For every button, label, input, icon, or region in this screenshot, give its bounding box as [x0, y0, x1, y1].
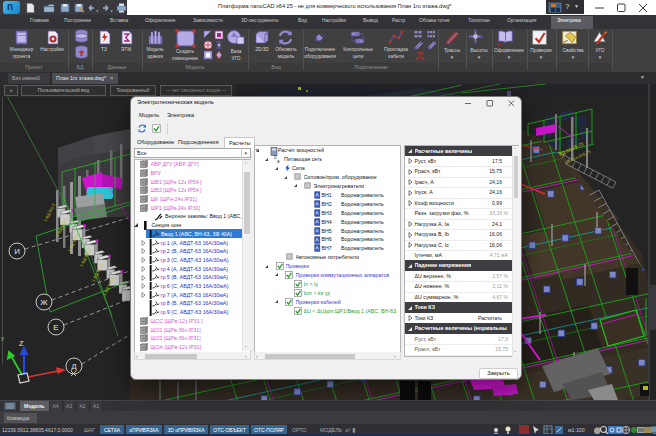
- svg-text:Ж: Ж: [40, 298, 48, 307]
- svg-text:Z: Z: [19, 339, 24, 348]
- svg-text:а: а: [277, 159, 280, 164]
- svg-text:у: у: [1, 335, 4, 341]
- svg-text:И: И: [14, 247, 20, 256]
- svg-text:Е: Е: [53, 323, 58, 332]
- svg-text:Д: Д: [71, 362, 77, 371]
